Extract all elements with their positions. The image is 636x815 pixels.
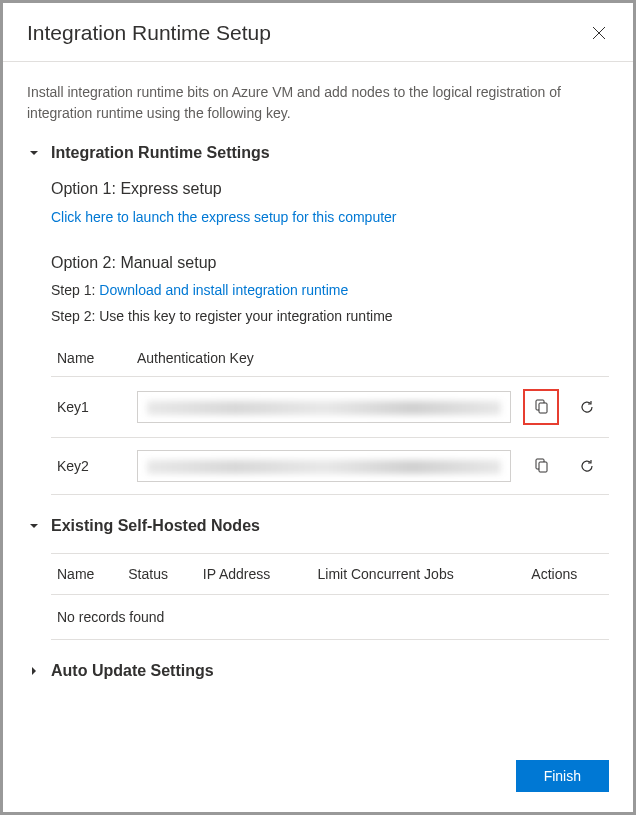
- dialog-title: Integration Runtime Setup: [27, 21, 271, 45]
- dialog-footer: Finish: [3, 744, 633, 812]
- key1-input[interactable]: [137, 391, 511, 423]
- svg-rect-3: [539, 462, 547, 472]
- dialog-header: Integration Runtime Setup: [3, 3, 633, 62]
- nodes-col-limit: Limit Concurrent Jobs: [312, 554, 526, 595]
- section-nodes: Existing Self-Hosted Nodes Name Status I…: [27, 517, 609, 640]
- dialog-content: Install integration runtime bits on Azur…: [3, 62, 633, 744]
- chevron-right-icon: [27, 664, 41, 678]
- section-nodes-header[interactable]: Existing Self-Hosted Nodes: [27, 517, 609, 535]
- key-name: Key1: [51, 377, 131, 438]
- keys-table: Name Authentication Key Key1: [51, 340, 609, 495]
- copy-button[interactable]: [527, 393, 555, 421]
- nodes-col-name: Name: [51, 554, 122, 595]
- section-settings-title: Integration Runtime Settings: [51, 144, 270, 162]
- nodes-col-status: Status: [122, 554, 197, 595]
- section-settings: Integration Runtime Settings Option 1: E…: [27, 144, 609, 495]
- key2-input[interactable]: [137, 450, 511, 482]
- option1-title: Option 1: Express setup: [51, 180, 609, 198]
- key-row: Key2: [51, 438, 609, 495]
- step2-text: Step 2: Use this key to register your in…: [51, 308, 609, 324]
- download-runtime-link[interactable]: Download and install integration runtime: [99, 282, 348, 298]
- section-auto-update-header[interactable]: Auto Update Settings: [27, 662, 609, 680]
- section-nodes-title: Existing Self-Hosted Nodes: [51, 517, 260, 535]
- nodes-col-ip: IP Address: [197, 554, 312, 595]
- dialog-description: Install integration runtime bits on Azur…: [27, 82, 609, 124]
- keys-col-authkey: Authentication Key: [131, 340, 517, 377]
- refresh-icon: [579, 458, 595, 474]
- copy-icon: [533, 458, 549, 474]
- regenerate-button[interactable]: [573, 393, 601, 421]
- key1-copy-highlight: [523, 389, 559, 425]
- section-nodes-body: Name Status IP Address Limit Concurrent …: [27, 553, 609, 640]
- section-settings-header[interactable]: Integration Runtime Settings: [27, 144, 609, 162]
- finish-button[interactable]: Finish: [516, 760, 609, 792]
- close-button[interactable]: [589, 23, 609, 43]
- close-icon: [592, 26, 606, 40]
- copy-icon: [533, 399, 549, 415]
- step1-row: Step 1: Download and install integration…: [51, 282, 609, 298]
- option2-title: Option 2: Manual setup: [51, 254, 609, 272]
- refresh-icon: [579, 399, 595, 415]
- svg-rect-1: [539, 403, 547, 413]
- regenerate-button[interactable]: [573, 452, 601, 480]
- nodes-empty: No records found: [51, 595, 609, 640]
- express-setup-link[interactable]: Click here to launch the express setup f…: [51, 209, 397, 225]
- key1-masked-value: [147, 401, 500, 415]
- keys-col-name: Name: [51, 340, 131, 377]
- nodes-table: Name Status IP Address Limit Concurrent …: [51, 553, 609, 640]
- step1-prefix: Step 1:: [51, 282, 99, 298]
- key-name: Key2: [51, 438, 131, 495]
- key2-masked-value: [147, 460, 500, 474]
- chevron-down-icon: [27, 146, 41, 160]
- section-auto-update-title: Auto Update Settings: [51, 662, 214, 680]
- nodes-col-actions: Actions: [525, 554, 609, 595]
- section-auto-update: Auto Update Settings: [27, 662, 609, 680]
- section-settings-body: Option 1: Express setup Click here to la…: [27, 180, 609, 495]
- chevron-down-icon: [27, 519, 41, 533]
- copy-button[interactable]: [527, 452, 555, 480]
- key-row: Key1: [51, 377, 609, 438]
